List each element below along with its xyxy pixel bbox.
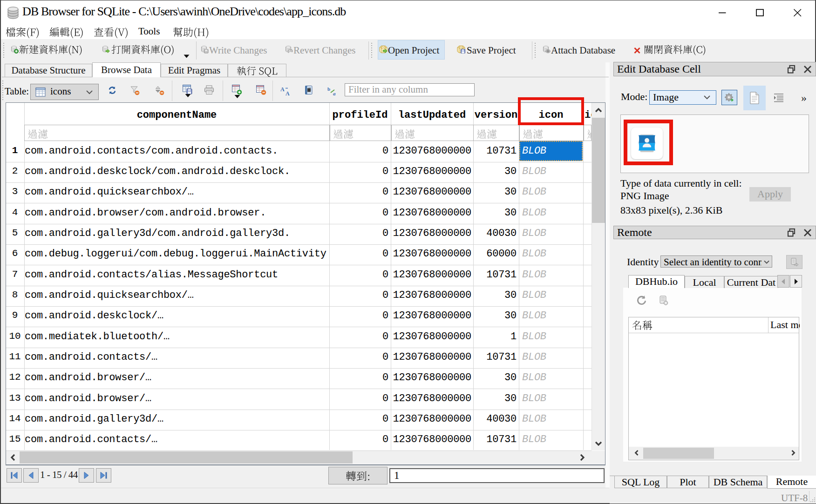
svg-text:b: b	[327, 86, 330, 92]
svg-text:a: a	[333, 91, 336, 96]
svg-text:A: A	[280, 86, 285, 93]
svg-text:A: A	[286, 90, 290, 96]
